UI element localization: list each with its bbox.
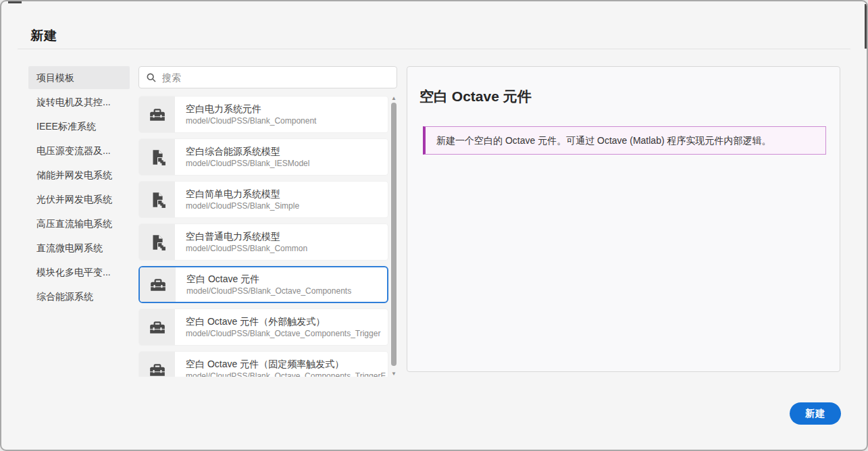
detail-description-callout: 新建一个空白的 Octave 元件。可通过 Octave (Matlab) 程序…	[423, 126, 826, 155]
sidebar-item-mmc[interactable]: 模块化多电平变...	[28, 261, 130, 284]
template-title: 空白 Octave 元件（固定频率触发式）	[186, 358, 388, 371]
template-item-blank-octave[interactable]: 空白 Octave 元件 model/CloudPSS/Blank_Octave…	[138, 266, 388, 303]
template-item-blank-simple[interactable]: 空白简单电力系统模型 model/CloudPSS/Blank_Simple	[138, 181, 388, 218]
template-path: model/CloudPSS/Blank_Simple	[186, 201, 388, 211]
template-path: model/CloudPSS/Blank_Common	[186, 243, 388, 254]
scroll-up-icon[interactable]: ▲	[390, 96, 397, 101]
header-divider	[18, 49, 850, 49]
template-title: 空白 Octave 元件（外部触发式）	[186, 315, 388, 328]
template-path: model/CloudPSS/Blank_Octave_Components_T…	[186, 328, 388, 339]
category-sidebar: 项目模板 旋转电机及其控... IEEE标准系统 电压源变流器及... 储能并网…	[28, 66, 130, 309]
new-project-dialog: 新建 项目模板 旋转电机及其控... IEEE标准系统 电压源变流器及... 储…	[0, 0, 868, 451]
template-title: 空白简单电力系统模型	[186, 188, 388, 201]
template-path: model/CloudPSS/Blank_Component	[186, 115, 388, 126]
template-item-blank-component[interactable]: 空白电力系统元件 model/CloudPSS/Blank_Component	[138, 96, 388, 133]
template-title: 空白普通电力系统模型	[186, 230, 388, 243]
template-title: 空白综合能源系统模型	[186, 145, 388, 158]
template-item-blank-octave-trigger[interactable]: 空白 Octave 元件（外部触发式） model/CloudPSS/Blank…	[138, 309, 388, 346]
template-detail-panel: 空白 Octave 元件 新建一个空白的 Octave 元件。可通过 Octav…	[407, 66, 840, 372]
model-file-icon	[139, 224, 175, 260]
sidebar-item-rotating-machines[interactable]: 旋转电机及其控...	[28, 90, 130, 113]
search-icon	[146, 72, 157, 83]
scrollbar-thumb[interactable]	[391, 103, 397, 366]
model-file-icon	[139, 139, 175, 175]
sidebar-item-vsc[interactable]: 电压源变流器及...	[28, 139, 130, 162]
toolbox-icon	[139, 352, 175, 377]
template-item-blank-octave-triggerfixed[interactable]: 空白 Octave 元件（固定频率触发式） model/CloudPSS/Bla…	[138, 351, 388, 377]
template-item-blank-iesmodel[interactable]: 空白综合能源系统模型 model/CloudPSS/Blank_IESModel	[138, 138, 388, 176]
template-list: 空白电力系统元件 model/CloudPSS/Blank_Component …	[138, 96, 389, 377]
sidebar-item-hvdc[interactable]: 高压直流输电系统	[28, 212, 130, 235]
toolbox-icon	[139, 97, 175, 132]
sidebar-item-pv-grid[interactable]: 光伏并网发电系统	[28, 188, 130, 211]
sidebar-item-ieee-standard[interactable]: IEEE标准系统	[28, 115, 130, 138]
template-path: model/CloudPSS/Blank_IESModel	[186, 158, 388, 169]
template-item-blank-common[interactable]: 空白普通电力系统模型 model/CloudPSS/Blank_Common	[138, 223, 388, 261]
toolbox-icon	[140, 267, 176, 302]
sidebar-item-dc-microgrid[interactable]: 直流微电网系统	[28, 236, 130, 259]
window-edge-artifact	[865, 4, 867, 49]
template-title: 空白电力系统元件	[186, 103, 388, 115]
list-scrollbar[interactable]: ▲ ▼	[390, 96, 397, 377]
sidebar-item-project-templates[interactable]: 项目模板	[28, 66, 130, 89]
detail-description-text: 新建一个空白的 Octave 元件。可通过 Octave (Matlab) 程序…	[436, 134, 771, 147]
detail-title: 空白 Octave 元件	[419, 87, 532, 106]
sidebar-item-storage-grid[interactable]: 储能并网发电系统	[28, 163, 130, 186]
search-box	[138, 66, 397, 88]
window-edge-artifact	[8, 1, 22, 3]
template-path: model/CloudPSS/Blank_Octave_Components_T…	[186, 371, 388, 377]
model-file-icon	[139, 182, 175, 217]
toolbox-icon	[139, 309, 175, 345]
template-path: model/CloudPSS/Blank_Octave_Components	[186, 286, 387, 296]
template-title: 空白 Octave 元件	[186, 273, 387, 286]
sidebar-item-ies[interactable]: 综合能源系统	[28, 285, 130, 308]
dialog-title: 新建	[30, 27, 57, 45]
create-button[interactable]: 新建	[790, 402, 841, 425]
scroll-down-icon[interactable]: ▼	[390, 371, 397, 377]
search-input[interactable]	[162, 72, 390, 83]
